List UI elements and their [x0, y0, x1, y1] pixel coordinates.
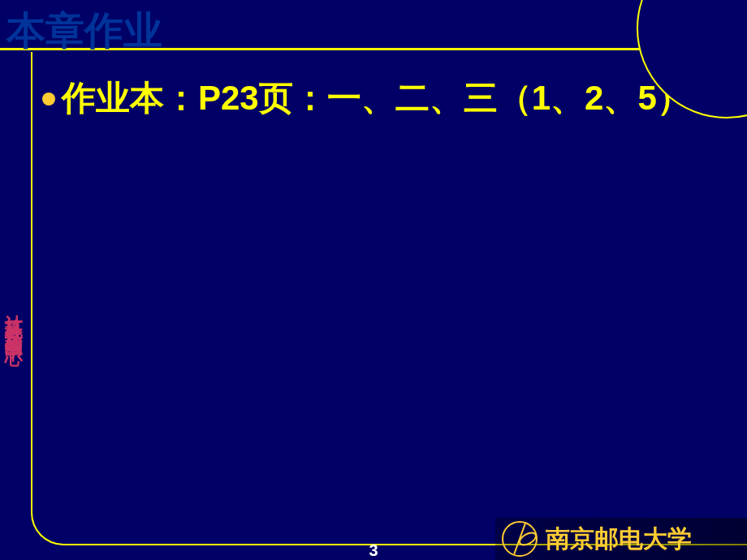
content-area: 作业本：P23页：一、二、三（1、2、5） — [42, 75, 723, 123]
slide-title: 本章作业 — [0, 5, 162, 57]
bullet-icon — [42, 93, 55, 106]
page-number: 3 — [369, 541, 378, 560]
slide-container: 本章作业 作业本：P23页：一、二、三（1、2、5） 计算机软件基础教学中心 3… — [0, 0, 747, 560]
bullet-text: 作业本：P23页：一、二、三（1、2、5） — [62, 75, 723, 123]
university-logo-icon — [502, 521, 538, 557]
university-logo-area: 南京邮电大学 — [495, 518, 747, 560]
body-frame — [31, 52, 747, 545]
bullet-item: 作业本：P23页：一、二、三（1、2、5） — [42, 75, 723, 123]
university-name: 南京邮电大学 — [546, 523, 692, 556]
sidebar-label: 计算机软件基础教学中心 — [5, 300, 23, 336]
